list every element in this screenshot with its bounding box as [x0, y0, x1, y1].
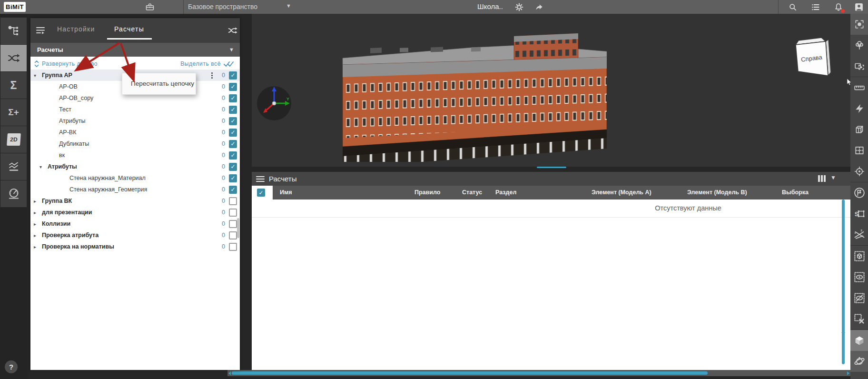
tree-row-14[interactable]: ▸Проверка атрибута0 — [30, 229, 240, 241]
tree-row-3[interactable]: Тест0 — [30, 104, 240, 115]
orbit-tool[interactable] — [850, 351, 868, 372]
item-checkbox[interactable] — [229, 163, 237, 171]
tree-row-8[interactable]: ▾Атрибуты0 — [30, 161, 240, 172]
locate-target-tool[interactable] — [850, 161, 868, 182]
item-checkbox[interactable] — [229, 140, 237, 148]
table-vertical-scrollbar[interactable] — [842, 199, 845, 364]
workspace-caret-icon[interactable]: ▼ — [286, 3, 291, 9]
notifications-bell-icon[interactable] — [833, 2, 844, 12]
columns-icon[interactable] — [818, 175, 826, 182]
column-header-3[interactable]: Раздел — [495, 189, 516, 196]
scroll-right-arrow[interactable] — [847, 371, 849, 375]
expand-caret-icon[interactable]: ▸ — [34, 199, 42, 204]
tree-row-4[interactable]: Атрибуты0 — [30, 115, 240, 127]
panel-scrollbar[interactable] — [237, 218, 239, 238]
column-header-6[interactable]: Выборка — [782, 189, 809, 196]
expand-tree-link[interactable]: Развернуть дерево — [34, 60, 98, 67]
select-all-checkbox[interactable] — [257, 189, 265, 197]
expand-caret-icon[interactable]: ▸ — [34, 233, 42, 238]
scrollbar-down-arrow[interactable] — [841, 332, 845, 335]
results-menu-icon[interactable] — [256, 176, 265, 182]
tree-row-11[interactable]: ▸Группа ВК0 — [30, 195, 240, 207]
list-icon[interactable] — [810, 2, 821, 12]
scroll-left-arrow[interactable] — [228, 371, 231, 375]
section-bar[interactable]: Расчеты ▼ — [30, 43, 240, 57]
search-icon[interactable] — [788, 2, 798, 12]
expand-caret-icon[interactable]: ▸ — [34, 221, 42, 227]
item-checkbox[interactable] — [229, 197, 237, 205]
bimit-logo[interactable]: BiMiT — [4, 2, 26, 12]
axes-measure-tool[interactable]: 12 — [850, 224, 868, 245]
item-checkbox[interactable] — [229, 117, 237, 125]
tree-row-15[interactable]: ▸Проверка на нормативы0 — [30, 241, 240, 252]
item-checkbox[interactable] — [229, 71, 237, 80]
column-header-0[interactable]: Имя — [280, 189, 292, 196]
dashboard-gauge-tool[interactable] — [0, 180, 27, 207]
hide-elements-tool[interactable] — [850, 288, 868, 309]
collapse-caret-icon[interactable]: ▾ — [39, 164, 48, 170]
recalculate-chain-item[interactable]: Пересчитать цепочку — [122, 73, 196, 94]
floor-plan-tool[interactable] — [850, 140, 868, 161]
column-header-4[interactable]: Элемент (Модель A) — [592, 189, 651, 196]
expand-caret-icon[interactable]: ▸ — [34, 210, 42, 215]
collapse-caret-icon[interactable]: ▾ — [34, 73, 42, 78]
horizontal-scrollbar-track[interactable] — [227, 370, 850, 376]
chevron-down-icon[interactable]: ▼ — [830, 174, 836, 181]
item-checkbox[interactable] — [229, 174, 237, 182]
solid-view-tool[interactable] — [850, 330, 868, 351]
charts-tool[interactable] — [0, 153, 27, 180]
environment-tree-tool[interactable] — [850, 35, 868, 56]
item-checkbox[interactable] — [229, 94, 237, 102]
sum-tool[interactable]: Σ — [0, 72, 27, 99]
item-checkbox[interactable] — [229, 243, 237, 251]
row-menu-icon[interactable] — [211, 72, 213, 79]
tab-calculations[interactable]: Расчеты — [114, 25, 144, 33]
item-checkbox[interactable] — [229, 186, 237, 194]
select-all-link[interactable]: Выделить всё — [180, 60, 234, 67]
column-header-1[interactable]: Правило — [414, 189, 440, 196]
3d-viewport[interactable]: Справа Y — [252, 14, 850, 167]
share-icon[interactable] — [534, 2, 544, 12]
clear-selection-tool[interactable] — [850, 309, 868, 329]
item-checkbox[interactable] — [229, 209, 237, 217]
item-checkbox[interactable] — [229, 151, 237, 160]
show-elements-tool[interactable] — [850, 267, 868, 288]
account-icon[interactable] — [854, 2, 864, 12]
selection-set-tool[interactable]: S — [850, 203, 868, 224]
horizontal-scrollbar-thumb[interactable] — [232, 371, 708, 375]
section-box-tool[interactable] — [850, 119, 868, 140]
measure-ruler-tool[interactable] — [850, 77, 868, 98]
flag-note-tool[interactable] — [850, 182, 868, 203]
briefcase-icon[interactable] — [145, 2, 155, 12]
column-header-2[interactable]: Статус — [462, 189, 482, 196]
item-checkbox[interactable] — [229, 220, 237, 228]
tab-settings[interactable]: Настройки — [57, 25, 95, 33]
section-flash-tool[interactable] — [850, 98, 868, 119]
shuffle-icon[interactable] — [227, 26, 238, 35]
links-shuffle-tool[interactable] — [0, 45, 27, 71]
help-button[interactable]: ? — [5, 360, 18, 373]
workspace-selector[interactable]: Базовое пространство — [188, 3, 257, 10]
tree-row-12[interactable]: ▸для презентации0 — [30, 207, 240, 218]
sum-plus-tool[interactable]: Σ+ — [0, 99, 27, 126]
tree-row-13[interactable]: ▸Коллизии0 — [30, 218, 240, 229]
item-checkbox[interactable] — [229, 106, 237, 114]
tree-row-6[interactable]: Дубликаты0 — [30, 138, 240, 150]
column-header-5[interactable]: Элемент (Модель B) — [687, 189, 747, 196]
panel-menu-icon[interactable] — [36, 26, 45, 35]
gear-icon[interactable] — [514, 2, 524, 12]
tree-row-9[interactable]: Стена наружная_Материал0 — [30, 172, 240, 184]
zoom-fit-tool[interactable] — [850, 14, 868, 35]
axis-gizmo[interactable]: Y — [255, 84, 293, 122]
expand-caret-icon[interactable]: ▸ — [34, 244, 42, 249]
tree-row-5[interactable]: АР-ВК0 — [30, 127, 240, 138]
model-tree-tool[interactable] — [0, 18, 27, 44]
panel-drag-handle[interactable] — [537, 167, 566, 168]
box-visibility-tool[interactable] — [850, 246, 868, 267]
item-checkbox[interactable] — [229, 231, 237, 239]
isolate-selection-tool[interactable] — [850, 56, 868, 77]
sheets-2d-tool[interactable]: 2D — [0, 126, 27, 153]
item-checkbox[interactable] — [229, 83, 237, 91]
view-cube[interactable]: Справа — [791, 37, 832, 78]
item-checkbox[interactable] — [229, 129, 237, 137]
